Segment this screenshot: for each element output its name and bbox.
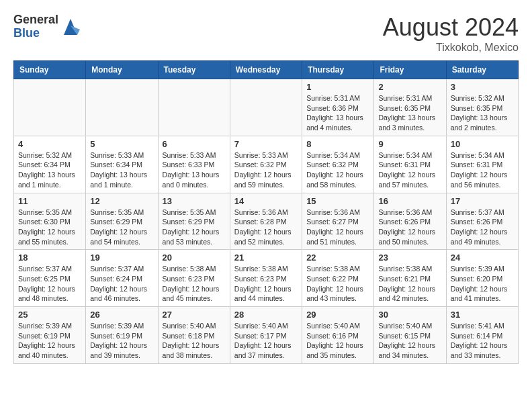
calendar-cell bbox=[14, 79, 86, 136]
calendar-cell: 2Sunrise: 5:31 AM Sunset: 6:35 PM Daylig… bbox=[374, 79, 446, 136]
calendar-cell: 28Sunrise: 5:40 AM Sunset: 6:17 PM Dayli… bbox=[230, 307, 302, 364]
calendar-cell: 30Sunrise: 5:40 AM Sunset: 6:15 PM Dayli… bbox=[374, 307, 446, 364]
day-info: Sunrise: 5:31 AM Sunset: 6:36 PM Dayligh… bbox=[306, 93, 369, 133]
day-number: 24 bbox=[451, 253, 514, 263]
calendar-cell: 6Sunrise: 5:33 AM Sunset: 6:33 PM Daylig… bbox=[158, 136, 230, 193]
calendar-cell: 29Sunrise: 5:40 AM Sunset: 6:16 PM Dayli… bbox=[302, 307, 374, 364]
day-info: Sunrise: 5:40 AM Sunset: 6:15 PM Dayligh… bbox=[378, 321, 441, 361]
calendar-table: SundayMondayTuesdayWednesdayThursdayFrid… bbox=[13, 60, 519, 364]
day-number: 8 bbox=[306, 139, 369, 149]
calendar-cell: 11Sunrise: 5:35 AM Sunset: 6:30 PM Dayli… bbox=[14, 193, 86, 250]
day-info: Sunrise: 5:32 AM Sunset: 6:35 PM Dayligh… bbox=[451, 93, 514, 133]
logo: General Blue bbox=[13, 13, 80, 40]
calendar-cell: 14Sunrise: 5:36 AM Sunset: 6:28 PM Dayli… bbox=[230, 193, 302, 250]
day-info: Sunrise: 5:35 AM Sunset: 6:29 PM Dayligh… bbox=[163, 208, 226, 247]
day-info: Sunrise: 5:39 AM Sunset: 6:19 PM Dayligh… bbox=[18, 321, 81, 361]
day-number: 18 bbox=[18, 253, 81, 263]
day-number: 27 bbox=[163, 310, 226, 320]
calendar-cell: 18Sunrise: 5:37 AM Sunset: 6:25 PM Dayli… bbox=[14, 250, 86, 307]
day-number: 25 bbox=[18, 310, 81, 320]
day-number: 29 bbox=[306, 310, 369, 320]
month-title: August 2024 bbox=[383, 13, 519, 42]
day-info: Sunrise: 5:32 AM Sunset: 6:34 PM Dayligh… bbox=[18, 150, 81, 190]
calendar-cell: 23Sunrise: 5:38 AM Sunset: 6:21 PM Dayli… bbox=[374, 250, 446, 307]
day-info: Sunrise: 5:40 AM Sunset: 6:17 PM Dayligh… bbox=[234, 321, 298, 361]
week-row-1: 1Sunrise: 5:31 AM Sunset: 6:36 PM Daylig… bbox=[14, 79, 519, 136]
day-info: Sunrise: 5:39 AM Sunset: 6:19 PM Dayligh… bbox=[90, 321, 153, 361]
week-row-2: 4Sunrise: 5:32 AM Sunset: 6:34 PM Daylig… bbox=[14, 136, 519, 193]
day-info: Sunrise: 5:34 AM Sunset: 6:31 PM Dayligh… bbox=[451, 150, 514, 190]
day-number: 20 bbox=[163, 253, 226, 263]
day-info: Sunrise: 5:40 AM Sunset: 6:16 PM Dayligh… bbox=[306, 321, 369, 361]
calendar-cell bbox=[230, 79, 302, 136]
day-number: 22 bbox=[306, 253, 369, 263]
calendar-cell bbox=[86, 79, 158, 136]
day-number: 15 bbox=[306, 196, 369, 206]
day-number: 1 bbox=[306, 82, 369, 92]
day-number: 5 bbox=[90, 139, 153, 149]
day-number: 2 bbox=[378, 82, 441, 92]
svg-marker-0 bbox=[64, 19, 77, 35]
day-number: 3 bbox=[451, 82, 514, 92]
calendar-cell: 22Sunrise: 5:38 AM Sunset: 6:22 PM Dayli… bbox=[302, 250, 374, 307]
day-info: Sunrise: 5:34 AM Sunset: 6:32 PM Dayligh… bbox=[306, 150, 369, 190]
day-number: 6 bbox=[163, 139, 226, 149]
calendar-cell: 3Sunrise: 5:32 AM Sunset: 6:35 PM Daylig… bbox=[446, 79, 518, 136]
header-wednesday: Wednesday bbox=[230, 61, 302, 79]
day-info: Sunrise: 5:40 AM Sunset: 6:18 PM Dayligh… bbox=[163, 321, 226, 361]
day-info: Sunrise: 5:36 AM Sunset: 6:27 PM Dayligh… bbox=[306, 208, 369, 247]
calendar-cell: 4Sunrise: 5:32 AM Sunset: 6:34 PM Daylig… bbox=[14, 136, 86, 193]
day-number: 19 bbox=[90, 253, 153, 263]
calendar-cell: 7Sunrise: 5:33 AM Sunset: 6:32 PM Daylig… bbox=[230, 136, 302, 193]
day-number: 11 bbox=[18, 196, 81, 206]
day-number: 13 bbox=[163, 196, 226, 206]
day-number: 17 bbox=[451, 196, 514, 206]
day-number: 9 bbox=[378, 139, 441, 149]
logo-general: General bbox=[13, 13, 58, 27]
week-row-5: 25Sunrise: 5:39 AM Sunset: 6:19 PM Dayli… bbox=[14, 307, 519, 364]
calendar-cell: 25Sunrise: 5:39 AM Sunset: 6:19 PM Dayli… bbox=[14, 307, 86, 364]
day-info: Sunrise: 5:33 AM Sunset: 6:34 PM Dayligh… bbox=[90, 150, 153, 190]
calendar-cell: 26Sunrise: 5:39 AM Sunset: 6:19 PM Dayli… bbox=[86, 307, 158, 364]
calendar-cell: 5Sunrise: 5:33 AM Sunset: 6:34 PM Daylig… bbox=[86, 136, 158, 193]
day-info: Sunrise: 5:41 AM Sunset: 6:14 PM Dayligh… bbox=[451, 321, 514, 361]
day-number: 21 bbox=[234, 253, 298, 263]
logo-icon bbox=[61, 16, 80, 38]
calendar-cell: 13Sunrise: 5:35 AM Sunset: 6:29 PM Dayli… bbox=[158, 193, 230, 250]
day-info: Sunrise: 5:36 AM Sunset: 6:26 PM Dayligh… bbox=[378, 208, 441, 247]
day-info: Sunrise: 5:33 AM Sunset: 6:32 PM Dayligh… bbox=[234, 150, 298, 190]
day-info: Sunrise: 5:38 AM Sunset: 6:22 PM Dayligh… bbox=[306, 264, 369, 304]
header-saturday: Saturday bbox=[446, 61, 518, 79]
header-monday: Monday bbox=[86, 61, 158, 79]
day-number: 10 bbox=[451, 139, 514, 149]
day-number: 4 bbox=[18, 139, 81, 149]
day-info: Sunrise: 5:37 AM Sunset: 6:25 PM Dayligh… bbox=[18, 264, 81, 304]
day-number: 16 bbox=[378, 196, 441, 206]
day-info: Sunrise: 5:31 AM Sunset: 6:35 PM Dayligh… bbox=[378, 93, 441, 133]
calendar-cell: 27Sunrise: 5:40 AM Sunset: 6:18 PM Dayli… bbox=[158, 307, 230, 364]
calendar-cell: 8Sunrise: 5:34 AM Sunset: 6:32 PM Daylig… bbox=[302, 136, 374, 193]
title-block: August 2024 Tixkokob, Mexico bbox=[383, 13, 519, 54]
day-number: 7 bbox=[234, 139, 298, 149]
day-number: 30 bbox=[378, 310, 441, 320]
day-number: 12 bbox=[90, 196, 153, 206]
day-info: Sunrise: 5:35 AM Sunset: 6:29 PM Dayligh… bbox=[90, 208, 153, 247]
day-info: Sunrise: 5:37 AM Sunset: 6:26 PM Dayligh… bbox=[451, 208, 514, 247]
location: Tixkokob, Mexico bbox=[383, 42, 519, 54]
week-row-4: 18Sunrise: 5:37 AM Sunset: 6:25 PM Dayli… bbox=[14, 250, 519, 307]
logo-text: General Blue bbox=[13, 13, 58, 40]
calendar-cell: 17Sunrise: 5:37 AM Sunset: 6:26 PM Dayli… bbox=[446, 193, 518, 250]
day-info: Sunrise: 5:35 AM Sunset: 6:30 PM Dayligh… bbox=[18, 208, 81, 247]
calendar-cell: 21Sunrise: 5:38 AM Sunset: 6:23 PM Dayli… bbox=[230, 250, 302, 307]
day-info: Sunrise: 5:38 AM Sunset: 6:21 PM Dayligh… bbox=[378, 264, 441, 304]
calendar-cell: 9Sunrise: 5:34 AM Sunset: 6:31 PM Daylig… bbox=[374, 136, 446, 193]
page-header: General Blue August 2024 Tixkokob, Mexic… bbox=[13, 13, 519, 54]
day-number: 26 bbox=[90, 310, 153, 320]
day-number: 23 bbox=[378, 253, 441, 263]
day-info: Sunrise: 5:39 AM Sunset: 6:20 PM Dayligh… bbox=[451, 264, 514, 304]
header-thursday: Thursday bbox=[302, 61, 374, 79]
day-info: Sunrise: 5:33 AM Sunset: 6:33 PM Dayligh… bbox=[163, 150, 226, 190]
calendar-cell: 15Sunrise: 5:36 AM Sunset: 6:27 PM Dayli… bbox=[302, 193, 374, 250]
calendar-header: SundayMondayTuesdayWednesdayThursdayFrid… bbox=[14, 61, 519, 79]
day-number: 14 bbox=[234, 196, 298, 206]
